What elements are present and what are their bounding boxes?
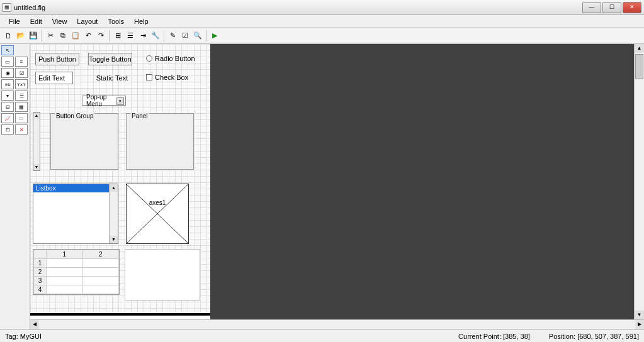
axes-control[interactable]: axes1 <box>126 184 189 244</box>
blank-panel[interactable] <box>125 249 200 301</box>
window-title: untitled.fig <box>14 4 582 11</box>
tag-value: MyGUI <box>20 333 42 340</box>
menu-editor-icon[interactable]: ☰ <box>125 30 136 41</box>
main-area: ↖ ▭ ≡ ◉ ☑ ᴇᴅ ᴛxᴛ ▾ ☰ ⊟ ▦ 📈 □ ⊡ ✕ <box>0 44 644 329</box>
radio-icon <box>146 55 152 62</box>
scroll-up-icon: ▲ <box>635 44 644 53</box>
checkbox-label: Check Box <box>155 74 188 81</box>
table-tool-icon[interactable]: ▦ <box>15 102 28 112</box>
tab-order-icon[interactable]: ⇥ <box>137 30 149 41</box>
edittext-label: Edit Text <box>38 74 65 82</box>
pushbutton-label: Push Button <box>38 55 76 63</box>
toggle-tool-icon[interactable]: ⊟ <box>1 102 14 112</box>
scroll-right-icon: ▶ <box>635 320 644 329</box>
menu-layout[interactable]: Layout <box>72 16 103 26</box>
select-tool-icon[interactable]: ↖ <box>1 45 14 55</box>
statictext-control[interactable]: Static Text <box>93 73 131 83</box>
open-icon[interactable]: 📂 <box>15 30 26 41</box>
panel-control[interactable]: Panel <box>126 113 194 170</box>
status-current-point: Current Point: [385, 38] <box>458 333 530 340</box>
listbox-tool-icon[interactable]: ☰ <box>15 91 28 101</box>
table-row-2: 2 <box>34 268 47 277</box>
cut-icon[interactable]: ✂ <box>45 30 56 41</box>
toolbar: 🗋 📂 💾 ✂ ⧉ 📋 ↶ ↷ ⊞ ☰ ⇥ 🔧 ✎ ☑ 🔍 ▶ <box>0 28 644 44</box>
browser-icon[interactable]: 🔍 <box>192 30 203 41</box>
statictext-label: Static Text <box>96 74 128 82</box>
dark-area <box>210 44 634 319</box>
menu-view[interactable]: View <box>47 16 72 26</box>
axes-tool-icon[interactable]: 📈 <box>1 113 14 123</box>
pos-value: [680, 507, 387, 591] <box>577 333 639 340</box>
menu-edit[interactable]: Edit <box>25 16 47 26</box>
vertical-scrollbar[interactable]: ▲ ▼ <box>634 44 644 319</box>
scrollbar-thumb[interactable] <box>635 54 643 79</box>
popup-label: Pop-up Menu <box>86 94 115 108</box>
menu-tools[interactable]: Tools <box>103 16 129 26</box>
table-row-1: 1 <box>34 259 47 268</box>
canvas-bottom-edge <box>30 313 210 316</box>
new-icon[interactable]: 🗋 <box>3 30 14 41</box>
tag-label: Tag: <box>5 333 18 340</box>
listbox-control[interactable]: Listbox ▲ ▼ <box>33 184 118 244</box>
checkbox-icon <box>146 74 152 80</box>
pushbutton-control[interactable]: Push Button <box>35 53 79 65</box>
menubar: File Edit View Layout Tools Help <box>0 15 644 28</box>
component-palette: ↖ ▭ ≡ ◉ ☑ ᴇᴅ ᴛxᴛ ▾ ☰ ⊟ ▦ 📈 □ ⊡ ✕ <box>0 44 30 329</box>
table-row-4: 4 <box>34 285 47 294</box>
paste-icon[interactable]: 📋 <box>70 30 81 41</box>
chevron-down-icon: ▾ <box>116 97 124 105</box>
edit-tool-icon[interactable]: ᴇᴅ <box>1 79 14 89</box>
scroll-down-icon: ▼ <box>635 311 644 319</box>
edittext-control[interactable]: Edit Text <box>35 72 73 84</box>
listbox-item[interactable]: Listbox <box>33 184 118 192</box>
buttongroup-tool-icon[interactable]: ⊡ <box>1 124 14 135</box>
run-icon[interactable]: ▶ <box>209 30 220 41</box>
popup-control[interactable]: Pop-up Menu ▾ <box>82 96 126 106</box>
menu-file[interactable]: File <box>4 16 25 26</box>
radiobutton-control[interactable]: Radio Button <box>146 53 203 64</box>
buttongroup-control[interactable]: Button Group <box>50 113 118 170</box>
pos-label: Position: <box>549 333 575 340</box>
redo-icon[interactable]: ↷ <box>95 30 106 41</box>
cp-value: [385, 38] <box>503 333 530 340</box>
titlebar: ▦ untitled.fig — ☐ ✕ <box>0 0 644 15</box>
radiobutton-label: Radio Button <box>155 55 195 62</box>
listbox-scrollbar[interactable]: ▲ ▼ <box>109 184 118 243</box>
table-row-3: 3 <box>34 277 47 285</box>
horizontal-scrollbar[interactable]: ◀ ▶ <box>30 319 644 329</box>
save-icon[interactable]: 💾 <box>28 30 39 41</box>
minimize-button[interactable]: — <box>582 2 601 13</box>
radiobutton-tool-icon[interactable]: ◉ <box>1 68 14 78</box>
popup-tool-icon[interactable]: ▾ <box>1 91 14 101</box>
slider-control[interactable]: ▲ ▼ <box>33 112 40 171</box>
canvas-wrap: Push Button Toggle Button Radio Button E… <box>30 44 644 329</box>
toolbar-editor-icon[interactable]: 🔧 <box>150 30 161 41</box>
panel-tool-icon[interactable]: □ <box>15 113 28 123</box>
table-control[interactable]: 12 1 2 3 4 <box>33 249 120 295</box>
slider-tool-icon[interactable]: ≡ <box>15 57 28 67</box>
menu-help[interactable]: Help <box>129 16 154 26</box>
align-icon[interactable]: ⊞ <box>112 30 123 41</box>
copy-icon[interactable]: ⧉ <box>57 30 69 41</box>
checkbox-control[interactable]: Check Box <box>146 72 203 83</box>
togglebutton-control[interactable]: Toggle Button <box>88 53 132 65</box>
editor-icon[interactable]: ✎ <box>167 30 178 41</box>
panel-label: Panel <box>130 113 149 119</box>
cp-label: Current Point: <box>458 333 501 340</box>
buttongroup-label: Button Group <box>55 113 94 119</box>
pushbutton-tool-icon[interactable]: ▭ <box>1 57 14 67</box>
status-tag: Tag: MyGUI <box>5 333 42 340</box>
activex-tool-icon[interactable]: ✕ <box>15 124 28 135</box>
close-button[interactable]: ✕ <box>623 2 641 13</box>
property-icon[interactable]: ☑ <box>179 30 191 41</box>
text-tool-icon[interactable]: ᴛxᴛ <box>15 79 28 89</box>
checkbox-tool-icon[interactable]: ☑ <box>15 68 28 78</box>
scroll-up-icon: ▲ <box>110 184 118 192</box>
maximize-button[interactable]: ☐ <box>602 2 621 13</box>
figure-canvas[interactable]: Push Button Toggle Button Radio Button E… <box>30 44 210 316</box>
slider-down-icon: ▼ <box>33 164 40 170</box>
app-icon: ▦ <box>3 3 11 12</box>
axes-label: axes1 <box>149 199 166 206</box>
undo-icon[interactable]: ↶ <box>82 30 94 41</box>
statusbar: Tag: MyGUI Current Point: [385, 38] Posi… <box>0 329 644 342</box>
